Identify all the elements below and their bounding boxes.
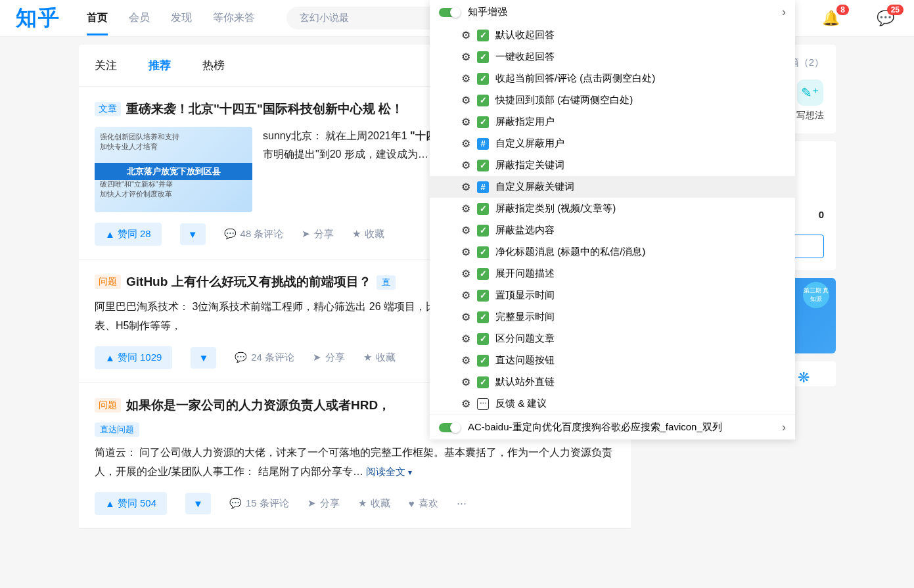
option-label: 屏蔽指定关键词 (495, 159, 564, 171)
gear-icon[interactable]: ⚙ (461, 354, 470, 367)
checkbox-checked-icon[interactable]: ✓ (477, 73, 489, 85)
gear-icon[interactable]: ⚙ (461, 202, 470, 215)
option-row[interactable]: ⚙✓净化标题消息 (标题中的私信/消息) (430, 241, 795, 263)
gear-icon[interactable]: ⚙ (461, 332, 470, 345)
comment-action[interactable]: 💬 15 条评论 (229, 497, 289, 510)
gear-icon[interactable]: ⚙ (461, 159, 470, 171)
checkbox-checked-icon[interactable]: ✓ (477, 268, 489, 280)
direct-badge[interactable]: 直 (377, 275, 396, 290)
create-item[interactable]: ✎⁺ 写想法 (796, 79, 824, 122)
option-row[interactable]: ⚙✓展开问题描述 (430, 263, 795, 284)
logo[interactable]: 知乎 (16, 4, 60, 33)
upvote-button[interactable]: ▲ 赞同 28 (95, 223, 162, 246)
option-row[interactable]: ⚙✓收起当前回答/评论 (点击两侧空白处) (430, 68, 795, 89)
checkbox-checked-icon[interactable]: ✓ (477, 290, 489, 302)
comment-action[interactable]: 💬 48 条评论 (224, 228, 284, 240)
thumbnail[interactable]: 强化创新团队培养和支持 加快专业人才培育 北京落户放宽下放到区县 破四唯"和"立… (95, 127, 252, 212)
option-row[interactable]: ⚙✓默认收起回答 (430, 24, 795, 46)
upvote-button[interactable]: ▲ 赞同 1029 (95, 346, 172, 369)
favorite-action[interactable]: ★ 收藏 (358, 497, 390, 510)
checkbox-checked-icon[interactable]: ✓ (477, 116, 489, 128)
comment-count: 24 条评论 (251, 351, 294, 364)
share-action[interactable]: ➤ 分享 (313, 351, 345, 364)
fan-icon[interactable]: ❋ (798, 369, 810, 386)
checkbox-checked-icon[interactable]: ✓ (477, 246, 489, 258)
checkbox-checked-icon[interactable]: ✓ (477, 160, 489, 171)
gear-icon[interactable]: ⚙ (461, 246, 470, 258)
option-row[interactable]: ⚙✓一键收起回答 (430, 46, 795, 68)
share-action[interactable]: ➤ 分享 (302, 228, 334, 240)
downvote-button[interactable]: ▼ (191, 347, 216, 369)
tab-follow[interactable]: 关注 (95, 58, 117, 73)
option-row[interactable]: ⚙✓置顶显示时间 (430, 284, 795, 306)
option-label: 默认收起回答 (495, 29, 555, 41)
upvote-button[interactable]: ▲ 赞同 504 (95, 492, 167, 515)
gear-icon[interactable]: ⚙ (461, 267, 470, 280)
option-row[interactable]: ⚙✓快捷回到顶部 (右键两侧空白处) (430, 89, 795, 111)
comment-action[interactable]: 💬 24 条评论 (235, 351, 294, 364)
gear-icon[interactable]: ⚙ (461, 51, 470, 63)
favorite-action[interactable]: ★ 收藏 (352, 228, 384, 240)
checkbox-checked-icon[interactable]: ✓ (477, 51, 489, 63)
checkbox-checked-icon[interactable]: ✓ (477, 355, 489, 367)
checkbox-checked-icon[interactable]: ✓ (477, 376, 489, 388)
hash-icon[interactable]: # (477, 138, 489, 150)
hash-icon[interactable]: # (477, 181, 489, 193)
downvote-button[interactable]: ▼ (185, 493, 211, 514)
post-title[interactable]: 如果你是一家公司的人力资源负责人或者HRD， (126, 396, 390, 415)
option-row[interactable]: ⚙⋯反馈 & 建议 (430, 393, 795, 415)
checkbox-checked-icon[interactable]: ✓ (477, 311, 489, 323)
chat-icon[interactable]: ⋯ (477, 398, 489, 410)
checkbox-checked-icon[interactable]: ✓ (477, 30, 489, 41)
gear-icon[interactable]: ⚙ (461, 311, 470, 323)
share-action[interactable]: ➤ 分享 (308, 497, 340, 510)
option-row[interactable]: ⚙✓直达问题按钮 (430, 350, 795, 371)
gear-icon[interactable]: ⚙ (461, 116, 470, 128)
option-label: 屏蔽盐选内容 (495, 224, 555, 237)
post-title[interactable]: GitHub 上有什么好玩又有挑战的前端项目？ (126, 273, 371, 292)
gear-icon[interactable]: ⚙ (461, 397, 470, 410)
tab-hot[interactable]: 热榜 (202, 58, 225, 73)
gear-icon[interactable]: ⚙ (461, 137, 470, 150)
option-row[interactable]: ⚙✓屏蔽盐选内容 (430, 219, 795, 241)
option-row[interactable]: ⚙✓区分问题文章 (430, 328, 795, 350)
post-title[interactable]: 重磅来袭！北京"十四五"国际科技创新中心规 松！ (126, 100, 403, 119)
option-row[interactable]: ⚙#自定义屏蔽用户 (430, 133, 795, 154)
downvote-button[interactable]: ▼ (180, 223, 206, 245)
gear-icon[interactable]: ⚙ (461, 181, 470, 193)
chevron-right-icon[interactable]: › (782, 5, 786, 19)
direct-badge[interactable]: 直达问题 (95, 422, 139, 437)
checkbox-checked-icon[interactable]: ✓ (477, 95, 489, 106)
notification-bell-icon[interactable]: 🔔8 (822, 10, 840, 27)
nav-discover[interactable]: 发现 (171, 1, 192, 35)
option-row[interactable]: ⚙✓屏蔽指定关键词 (430, 154, 795, 176)
nav-home[interactable]: 首页 (87, 1, 108, 35)
checkbox-checked-icon[interactable]: ✓ (477, 225, 489, 237)
tab-recommend[interactable]: 推荐 (149, 58, 171, 73)
ext-header[interactable]: 知乎增强 › (430, 0, 795, 24)
option-row[interactable]: ⚙✓屏蔽指定用户 (430, 111, 795, 133)
toggle-on-icon[interactable] (439, 423, 460, 432)
gear-icon[interactable]: ⚙ (461, 289, 470, 302)
more-icon[interactable]: ⋯ (457, 497, 467, 509)
gear-icon[interactable]: ⚙ (461, 94, 470, 106)
nav-vip[interactable]: 会员 (129, 1, 150, 35)
gear-icon[interactable]: ⚙ (461, 29, 470, 41)
like-action[interactable]: ♥ 喜欢 (409, 497, 438, 510)
ext-footer[interactable]: AC-baidu-重定向优化百度搜狗谷歌必应搜索_favicon_双列 › (430, 415, 795, 440)
toggle-on-icon[interactable] (439, 8, 460, 17)
checkbox-checked-icon[interactable]: ✓ (477, 333, 489, 345)
checkbox-checked-icon[interactable]: ✓ (477, 203, 489, 215)
gear-icon[interactable]: ⚙ (461, 72, 470, 85)
option-row[interactable]: ⚙✓完整显示时间 (430, 306, 795, 328)
gear-icon[interactable]: ⚙ (461, 376, 470, 388)
option-row[interactable]: ⚙✓屏蔽指定类别 (视频/文章等) (430, 198, 795, 219)
favorite-action[interactable]: ★ 收藏 (363, 351, 396, 364)
gear-icon[interactable]: ⚙ (461, 224, 470, 237)
message-bell-icon[interactable]: 💬25 (877, 10, 894, 27)
option-row[interactable]: ⚙✓默认站外直链 (430, 371, 795, 393)
option-row[interactable]: ⚙#自定义屏蔽关键词 (430, 176, 795, 198)
nav-answer[interactable]: 等你来答 (213, 1, 255, 35)
read-more[interactable]: 阅读全文 (366, 466, 411, 477)
chevron-right-icon[interactable]: › (782, 420, 786, 434)
